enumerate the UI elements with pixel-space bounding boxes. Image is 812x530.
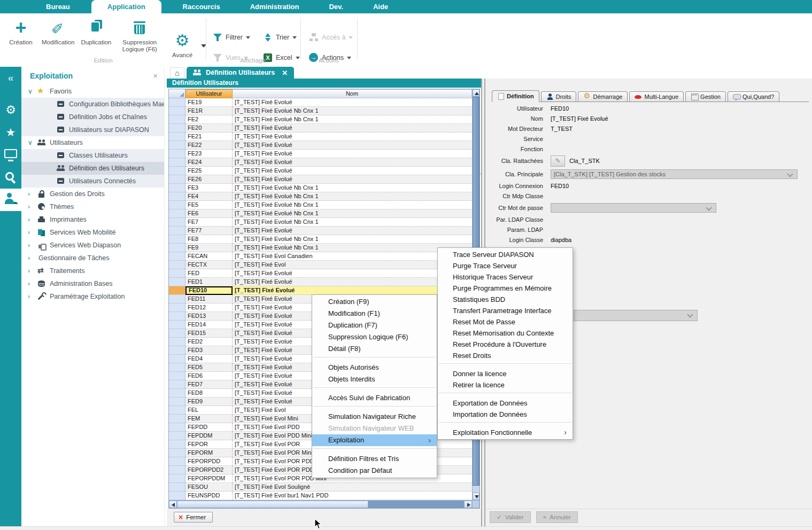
cell-utilisateur[interactable]: FEL <box>185 406 233 415</box>
cell-nom[interactable]: [T_TEST] Fixé Evolué <box>233 175 472 184</box>
table-row[interactable]: FE5 [T_TEST] Fixé Evolué Nb Cnx 1 <box>169 201 472 209</box>
sidebar-tree-item[interactable]: Utilisateurs sur DIAPASON <box>21 123 164 136</box>
chevron-down-icon[interactable] <box>349 36 353 39</box>
row-marker-cell[interactable] <box>169 321 185 329</box>
cell-utilisateur[interactable]: FED12 <box>185 303 233 312</box>
mot-directeur-value[interactable]: T_TEST <box>551 126 573 132</box>
table-row[interactable]: FE23 [T_TEST] Fixé Evolué <box>169 150 472 158</box>
cell-utilisateur[interactable]: FECAN <box>185 252 233 261</box>
context-menu-item[interactable]: Duplication (F7) <box>312 319 437 331</box>
tree-chevron-icon[interactable]: ∨ <box>28 139 37 146</box>
submenu-item[interactable]: Historique Traces Serveur <box>438 271 573 283</box>
row-marker-cell[interactable] <box>169 261 185 269</box>
ctr-mot-de-passe-dropdown[interactable] <box>551 203 716 213</box>
submenu-item[interactable]: Reset Droits <box>438 350 573 361</box>
context-menu-item[interactable]: Condition par Défaut <box>312 465 437 477</box>
cell-utilisateur[interactable]: FE2 <box>185 115 233 124</box>
table-row[interactable]: FE24 [T_TEST] Fixé Evolué <box>169 158 472 167</box>
table-corner-cell[interactable] <box>169 89 185 98</box>
home-tab[interactable] <box>170 67 184 79</box>
cell-utilisateur[interactable]: FED9 <box>185 398 233 406</box>
table-row[interactable]: FE26 [T_TEST] Fixé Evolué <box>169 175 472 184</box>
cell-nom[interactable]: [T_TEST] Fixé Evol Souligné <box>233 483 472 492</box>
ribbon-button[interactable]: Suppression Logique (F6) <box>115 17 164 54</box>
ribbon-small-button[interactable]: Accès à <box>309 33 353 42</box>
ribbon-button[interactable]: Duplication <box>79 17 113 54</box>
cell-utilisateur[interactable]: FEPORPDD <box>185 457 233 466</box>
tree-chevron-icon[interactable]: › <box>28 280 37 287</box>
cell-nom[interactable]: [T_TEST] Fixé Evolué <box>233 141 472 150</box>
row-marker-cell[interactable] <box>169 184 185 192</box>
cell-utilisateur[interactable]: FE5 <box>185 201 233 209</box>
context-menu-item[interactable] <box>312 406 437 411</box>
cell-nom[interactable]: [T_TEST] Fixé Evol Canadien <box>233 252 472 261</box>
annuler-button[interactable]: × Annuler <box>536 511 578 523</box>
cell-nom[interactable]: [T_TEST] Fixé Evolué <box>233 278 472 286</box>
cla-principale-dropdown[interactable]: [Cla_T_STK] [T_TEST] Gestion des stocks <box>551 169 798 179</box>
submenu-item[interactable] <box>438 393 573 398</box>
collapse-sidebar-icon[interactable] <box>0 67 21 89</box>
tree-chevron-icon[interactable]: › <box>28 229 37 236</box>
context-menu-item[interactable]: Simulation Navigateur WEB <box>312 423 437 434</box>
row-marker-cell[interactable] <box>169 363 185 372</box>
monitor-icon[interactable] <box>0 144 21 166</box>
menu-tab[interactable]: Raccourcis <box>172 0 231 13</box>
cell-nom[interactable]: [T_TEST] Fixé Evol bur1 Nav1 PDD <box>233 492 472 500</box>
tree-chevron-icon[interactable]: › <box>28 216 37 223</box>
tree-chevron-icon[interactable]: › <box>28 203 37 211</box>
cell-utilisateur[interactable]: FEPORPDDM <box>185 474 233 483</box>
cell-nom[interactable]: [T_TEST] Fixé Evolué Nb Cnx 1 <box>233 201 472 209</box>
table-header-utilisateur[interactable]: Utilisateur <box>185 89 233 98</box>
context-menu-item[interactable]: Détail (F8) <box>312 343 437 355</box>
cell-utilisateur[interactable]: FECTX <box>185 261 233 269</box>
context-menu-item[interactable]: Définition Filtres et Tris <box>312 453 437 465</box>
ribbon-button[interactable]: Création <box>4 17 37 54</box>
chevron-down-icon[interactable] <box>246 36 250 39</box>
row-marker-cell[interactable] <box>169 449 185 457</box>
context-menu-item[interactable]: Modification (F1) <box>312 308 437 319</box>
row-marker-cell[interactable] <box>169 303 185 312</box>
row-marker-cell[interactable] <box>169 466 185 474</box>
submenu-item[interactable]: Reset Mémorisation du Contexte <box>438 328 573 339</box>
table-row[interactable]: FE3 [T_TEST] Fixé Evolué Nb Cnx 1 <box>169 184 472 192</box>
favorites-star-icon[interactable] <box>0 121 21 144</box>
row-marker-cell[interactable] <box>169 398 185 406</box>
cell-nom[interactable]: [T_TEST] Fixé Evolué <box>233 124 472 132</box>
panel-tab[interactable]: Gestion <box>685 91 726 102</box>
cell-utilisateur[interactable]: FED5 <box>185 363 233 372</box>
cell-utilisateur[interactable]: FEPDD <box>185 423 233 432</box>
submenu-item[interactable]: Transfert Parametrage Interface <box>438 305 573 316</box>
ribbon-button[interactable]: Modification <box>40 17 76 54</box>
submenu-item[interactable]: Exportation de Données <box>438 398 573 409</box>
panel-tab[interactable]: Multi-Langue <box>629 91 684 102</box>
panel-tab[interactable]: Droits <box>541 91 577 102</box>
login-connexion-value[interactable]: FED10 <box>551 183 569 189</box>
table-row[interactable]: FED10 [T_TEST] Fixé Evolué <box>169 286 472 295</box>
sidebar-tree-item[interactable]: › Services Web Mobilité <box>21 226 164 239</box>
cell-utilisateur[interactable]: FED1 <box>185 278 233 286</box>
row-marker-cell[interactable] <box>169 440 185 449</box>
cell-utilisateur[interactable]: FE6 <box>185 209 233 218</box>
row-marker-cell[interactable] <box>169 278 185 286</box>
table-row[interactable]: FE7 [T_TEST] Fixé Evolué Nb Cnx 1 <box>169 218 472 227</box>
row-marker-cell[interactable] <box>169 380 185 389</box>
cell-utilisateur[interactable]: FE8 <box>185 235 233 244</box>
row-marker-cell[interactable] <box>169 158 185 167</box>
menu-tab[interactable]: Dev. <box>318 0 354 13</box>
table-row[interactable]: FE6 [T_TEST] Fixé Evolué Nb Cnx 1 <box>169 209 472 218</box>
context-menu-item[interactable]: Simulation Navigateur Riche <box>312 411 437 423</box>
row-marker-cell[interactable] <box>169 244 185 252</box>
context-menu-item[interactable] <box>312 448 437 453</box>
menu-tab[interactable]: Administration <box>239 0 310 13</box>
tree-chevron-icon[interactable]: › <box>28 267 37 275</box>
context-menu-item[interactable]: Création (F9) <box>312 296 437 308</box>
users-section-icon[interactable] <box>0 189 21 211</box>
cell-utilisateur[interactable]: FED <box>185 269 233 278</box>
edit-classes-button[interactable]: ✎ <box>551 155 565 167</box>
cell-utilisateur[interactable]: FED15 <box>185 329 233 338</box>
tree-chevron-icon[interactable]: ∨ <box>28 88 37 95</box>
cell-utilisateur[interactable]: FED8 <box>185 389 233 398</box>
sidebar-tree-item[interactable]: Définition Jobs et Chaînes <box>21 111 164 123</box>
sidebar-tree-item[interactable]: ∨ Utilisateurs <box>21 136 164 149</box>
context-menu-item[interactable]: Suppression Logique (F6) <box>312 331 437 343</box>
